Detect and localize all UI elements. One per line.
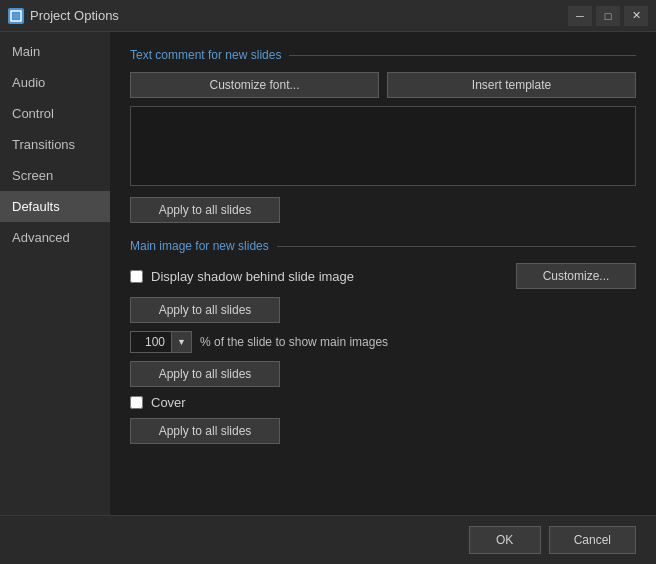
- cover-checkbox[interactable]: [130, 396, 143, 409]
- percent-input[interactable]: [131, 332, 171, 352]
- customize-button[interactable]: Customize...: [516, 263, 636, 289]
- sidebar-item-main[interactable]: Main: [0, 36, 110, 67]
- display-shadow-checkbox[interactable]: [130, 270, 143, 283]
- sidebar-item-advanced[interactable]: Advanced: [0, 222, 110, 253]
- bottom-bar: OK Cancel: [0, 515, 656, 564]
- shadow-row: Display shadow behind slide image Custom…: [130, 263, 636, 289]
- percent-input-group: ▼: [130, 331, 192, 353]
- main-layout: Main Audio Control Transitions Screen De…: [0, 32, 656, 515]
- insert-template-button[interactable]: Insert template: [387, 72, 636, 98]
- percent-label: % of the slide to show main images: [200, 335, 388, 349]
- sidebar-item-audio[interactable]: Audio: [0, 67, 110, 98]
- customize-font-button[interactable]: Customize font...: [130, 72, 379, 98]
- apply-all-slides-button-2[interactable]: Apply to all slides: [130, 297, 280, 323]
- close-button[interactable]: ✕: [624, 6, 648, 26]
- cancel-button[interactable]: Cancel: [549, 526, 636, 554]
- cover-label: Cover: [151, 395, 186, 410]
- sidebar-item-screen[interactable]: Screen: [0, 160, 110, 191]
- section1-top-buttons: Customize font... Insert template: [130, 72, 636, 98]
- app-icon: [8, 8, 24, 24]
- maximize-button[interactable]: □: [596, 6, 620, 26]
- minimize-button[interactable]: ─: [568, 6, 592, 26]
- sidebar-item-transitions[interactable]: Transitions: [0, 129, 110, 160]
- section2-header: Main image for new slides: [130, 239, 636, 253]
- apply-all-slides-button-4[interactable]: Apply to all slides: [130, 418, 280, 444]
- display-shadow-label: Display shadow behind slide image: [151, 269, 354, 284]
- section1-header: Text comment for new slides: [130, 48, 636, 62]
- apply-all-slides-button-3[interactable]: Apply to all slides: [130, 361, 280, 387]
- percent-row: ▼ % of the slide to show main images: [130, 331, 636, 353]
- sidebar-item-control[interactable]: Control: [0, 98, 110, 129]
- sidebar: Main Audio Control Transitions Screen De…: [0, 32, 110, 515]
- comment-textarea[interactable]: [130, 106, 636, 186]
- window-title: Project Options: [30, 8, 568, 23]
- content-area: Text comment for new slides Customize fo…: [110, 32, 656, 515]
- svg-rect-1: [13, 13, 19, 19]
- dropdown-arrow-icon[interactable]: ▼: [171, 332, 191, 352]
- ok-button[interactable]: OK: [469, 526, 541, 554]
- title-bar: Project Options ─ □ ✕: [0, 0, 656, 32]
- sidebar-item-defaults[interactable]: Defaults: [0, 191, 110, 222]
- apply-all-slides-button-1[interactable]: Apply to all slides: [130, 197, 280, 223]
- window-controls: ─ □ ✕: [568, 6, 648, 26]
- cover-row: Cover: [130, 395, 636, 410]
